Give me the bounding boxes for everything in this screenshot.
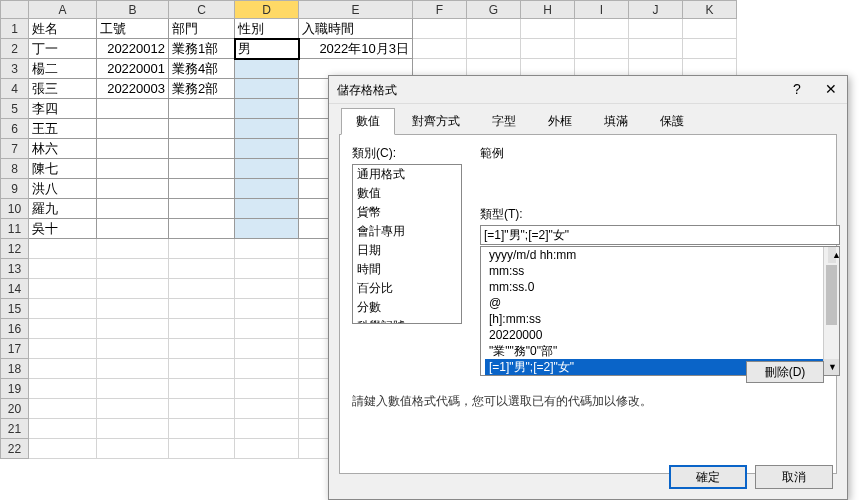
cell[interactable] xyxy=(235,119,299,139)
cell[interactable]: 部門 xyxy=(169,19,235,39)
cell[interactable] xyxy=(235,139,299,159)
row-header[interactable]: 6 xyxy=(1,119,29,139)
row-header[interactable]: 19 xyxy=(1,379,29,399)
cell[interactable] xyxy=(169,99,235,119)
column-header[interactable]: A xyxy=(29,1,97,19)
cell[interactable] xyxy=(97,119,169,139)
cell[interactable]: 陳七 xyxy=(29,159,97,179)
row-header[interactable]: 18 xyxy=(1,359,29,379)
row-header[interactable]: 14 xyxy=(1,279,29,299)
cell[interactable] xyxy=(169,359,235,379)
cell[interactable] xyxy=(169,179,235,199)
cell[interactable] xyxy=(629,39,683,59)
category-item[interactable]: 時間 xyxy=(353,260,461,279)
cell[interactable] xyxy=(29,259,97,279)
tab-2[interactable]: 字型 xyxy=(477,108,531,135)
cell[interactable]: 業務2部 xyxy=(169,79,235,99)
cell[interactable]: 20220012 xyxy=(97,39,169,59)
format-item[interactable]: mm:ss xyxy=(485,263,835,279)
cell[interactable] xyxy=(169,199,235,219)
cell[interactable] xyxy=(169,419,235,439)
cell[interactable] xyxy=(97,219,169,239)
cell[interactable]: 姓名 xyxy=(29,19,97,39)
row-header[interactable]: 8 xyxy=(1,159,29,179)
cell[interactable] xyxy=(235,159,299,179)
row-header[interactable]: 4 xyxy=(1,79,29,99)
cell[interactable] xyxy=(169,159,235,179)
cell[interactable] xyxy=(235,359,299,379)
format-listbox[interactable]: yyyy/m/d hh:mmmm:ssmm:ss.0@[h]:mm:ss2022… xyxy=(480,246,840,376)
column-header[interactable]: C xyxy=(169,1,235,19)
row-header[interactable]: 13 xyxy=(1,259,29,279)
cell[interactable] xyxy=(97,299,169,319)
row-header[interactable]: 10 xyxy=(1,199,29,219)
cell[interactable]: 2022年10月3日 xyxy=(299,39,413,59)
cell[interactable]: 吳十 xyxy=(29,219,97,239)
cell[interactable] xyxy=(29,439,97,459)
cell[interactable] xyxy=(235,239,299,259)
cell[interactable] xyxy=(467,19,521,39)
cell[interactable] xyxy=(235,79,299,99)
cell[interactable] xyxy=(97,419,169,439)
cell[interactable] xyxy=(97,399,169,419)
cell[interactable]: 張三 xyxy=(29,79,97,99)
cell[interactable] xyxy=(235,319,299,339)
row-header[interactable]: 20 xyxy=(1,399,29,419)
cell[interactable] xyxy=(413,19,467,39)
format-item[interactable]: [h]:mm:ss xyxy=(485,311,835,327)
cell[interactable]: 20220001 xyxy=(97,59,169,79)
category-item[interactable]: 日期 xyxy=(353,241,461,260)
cell[interactable] xyxy=(97,359,169,379)
column-header[interactable]: G xyxy=(467,1,521,19)
cell[interactable]: 李四 xyxy=(29,99,97,119)
cell[interactable] xyxy=(169,319,235,339)
column-header[interactable]: D xyxy=(235,1,299,19)
cell[interactable] xyxy=(97,99,169,119)
row-header[interactable]: 3 xyxy=(1,59,29,79)
cell[interactable] xyxy=(235,219,299,239)
dialog-titlebar[interactable]: 儲存格格式 ? ✕ xyxy=(329,76,847,104)
delete-button[interactable]: 刪除(D) xyxy=(746,361,824,383)
close-button[interactable]: ✕ xyxy=(819,78,843,100)
cell[interactable]: 羅九 xyxy=(29,199,97,219)
cell[interactable] xyxy=(29,419,97,439)
cell[interactable] xyxy=(467,39,521,59)
cell[interactable] xyxy=(413,39,467,59)
cell[interactable] xyxy=(169,439,235,459)
tab-4[interactable]: 填滿 xyxy=(589,108,643,135)
tab-0[interactable]: 數值 xyxy=(341,108,395,135)
cell[interactable] xyxy=(169,139,235,159)
tab-5[interactable]: 保護 xyxy=(645,108,699,135)
cell[interactable]: 20220003 xyxy=(97,79,169,99)
cell[interactable] xyxy=(235,439,299,459)
cell[interactable] xyxy=(169,119,235,139)
category-item[interactable]: 科學記號 xyxy=(353,317,461,324)
scroll-up-button[interactable]: ▲ xyxy=(828,247,836,263)
cell[interactable] xyxy=(97,139,169,159)
row-header[interactable]: 1 xyxy=(1,19,29,39)
column-header[interactable]: K xyxy=(683,1,737,19)
cell[interactable]: 林六 xyxy=(29,139,97,159)
cell[interactable] xyxy=(29,319,97,339)
cell[interactable]: 性別 xyxy=(235,19,299,39)
cell[interactable] xyxy=(235,279,299,299)
row-header[interactable]: 2 xyxy=(1,39,29,59)
cell[interactable] xyxy=(169,219,235,239)
tab-1[interactable]: 對齊方式 xyxy=(397,108,475,135)
cell[interactable] xyxy=(235,339,299,359)
format-item[interactable]: mm:ss.0 xyxy=(485,279,835,295)
category-item[interactable]: 分數 xyxy=(353,298,461,317)
row-header[interactable]: 11 xyxy=(1,219,29,239)
category-item[interactable]: 百分比 xyxy=(353,279,461,298)
cell[interactable] xyxy=(169,339,235,359)
select-all-corner[interactable] xyxy=(1,1,29,19)
row-header[interactable]: 5 xyxy=(1,99,29,119)
cell[interactable]: 洪八 xyxy=(29,179,97,199)
cell[interactable] xyxy=(97,279,169,299)
column-header[interactable]: I xyxy=(575,1,629,19)
cell[interactable] xyxy=(235,179,299,199)
category-listbox[interactable]: 通用格式數值貨幣會計專用日期時間百分比分數科學記號文字特殊自訂 xyxy=(352,164,462,324)
cell[interactable] xyxy=(575,19,629,39)
cell[interactable]: 業務4部 xyxy=(169,59,235,79)
category-item[interactable]: 會計專用 xyxy=(353,222,461,241)
